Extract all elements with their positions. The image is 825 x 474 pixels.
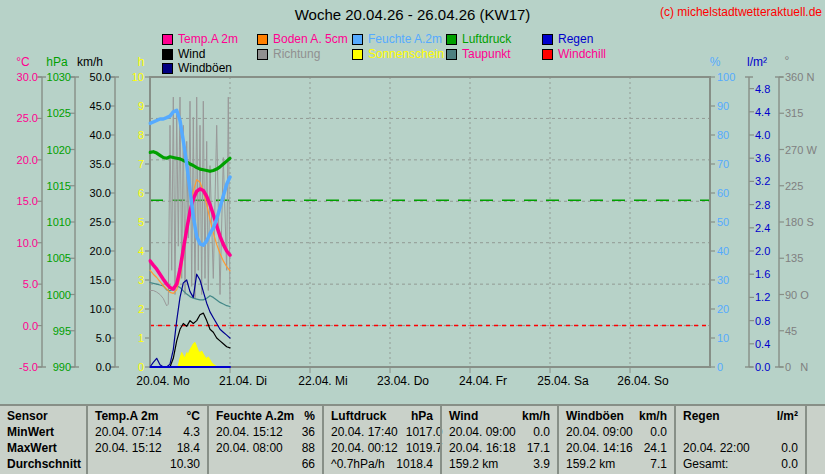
rain-tick-label: 0.8 [755, 315, 770, 326]
wind-tick-label: 45.0 [90, 101, 111, 112]
sun-tick-label: 3 [138, 275, 144, 286]
legend-item-taupunkt: Taupunkt [446, 48, 511, 60]
rain-tick-label: 1.6 [755, 269, 770, 280]
x-label-day-7: 26.04. So [617, 375, 668, 387]
windchill-swatch-icon [542, 49, 553, 60]
table-cell-row: 10.30 [95, 456, 200, 472]
legend-item-richtung: Richtung [257, 48, 320, 60]
rain-axis-unit: l/m² [747, 56, 767, 68]
table-column-header: Feuchte A.2m% [216, 408, 315, 424]
cell-value: 1019.7 [406, 440, 443, 456]
rain-tick-label: 2.4 [755, 222, 770, 233]
wind-tick-label: 50.0 [90, 72, 111, 83]
legend-label: Luftdruck [462, 33, 511, 45]
cell-value: 17.1 [527, 440, 550, 456]
cell-time: 20.04. 14:16 [566, 440, 633, 456]
wind-tick-label: 25.0 [90, 217, 111, 228]
temp-tick-label: 5.0 [23, 279, 38, 290]
wind-tick-label: 5.0 [96, 333, 111, 344]
table-cell-row: 20.04. 08:0088 [216, 440, 315, 456]
rain-tick-label: 3.6 [755, 153, 770, 164]
sun-tick-label: 6 [138, 188, 144, 199]
legend-label: Regen [558, 33, 593, 45]
legend-item-feuchte-a-2m: Feuchte A.2m [352, 33, 442, 45]
boden-a-5cm-swatch-icon [257, 34, 268, 45]
cell-time: 20.04. 07:14 [95, 424, 162, 440]
regen-swatch-icon [542, 34, 553, 45]
legend-label: Wind [178, 48, 205, 60]
table-cell-row: 20.04. 15:1218.4 [95, 440, 200, 456]
table-cell-row: 159.2 km3.9 [449, 456, 550, 472]
cell-time: 20.04. 15:12 [216, 424, 283, 440]
cell-time: 159.2 km [449, 456, 498, 472]
wind-tick-label: 30.0 [90, 188, 111, 199]
sun-tick-label: 5 [138, 217, 144, 228]
legend-label: Windböen [178, 62, 232, 74]
sun-tick-label: 0 [138, 362, 144, 373]
temp-tick-label: -5.0 [19, 362, 38, 373]
table-column-luftdruck: LuftdruckhPa20.04. 17:401017.020.04. 00:… [322, 406, 440, 474]
cell-time: 20.04. 16:18 [449, 440, 516, 456]
direction-axis-unit: ° [785, 55, 790, 67]
sensor-unit: km/h [522, 408, 550, 424]
pressure-tick-label: 1015 [47, 180, 71, 191]
table-column-header: Regenl/m² [683, 408, 798, 424]
wind-tick-label: 15.0 [90, 275, 111, 286]
series-sonnenschein [150, 342, 230, 367]
temp-tick-label: 25.0 [17, 113, 38, 124]
humidity-tick-label: 10 [717, 333, 729, 344]
feuchte-a-2m-swatch-icon [352, 34, 363, 45]
table-cell-row: 20.04. 00:121019.7 [331, 440, 433, 456]
x-label-day-4: 23.04. Do [377, 375, 429, 387]
sun-tick-label: 8 [138, 130, 144, 141]
x-label-day-1: 20.04. Mo [136, 375, 189, 387]
wind-tick-label: 35.0 [90, 159, 111, 170]
cell-value: 36 [302, 424, 315, 440]
cell-value: 18.4 [177, 440, 200, 456]
legend-item-luftdruck: Luftdruck [446, 33, 511, 45]
wind-tick-label: 10.0 [90, 304, 111, 315]
legend-item-boden-a-5cm: Boden A. 5cm [257, 33, 348, 45]
cell-time: 159.2 km [566, 456, 615, 472]
sun-tick-label: 7 [138, 159, 144, 170]
sun-tick-label: 4 [138, 246, 144, 257]
legend-label: Richtung [273, 48, 320, 60]
taupunkt-swatch-icon [446, 49, 457, 60]
cell-time: 20.04. 22:00 [683, 440, 750, 456]
sensor-name: Feuchte A.2m [216, 408, 294, 424]
pressure-tick-label: 1010 [47, 217, 71, 228]
cell-value: 7.1 [650, 456, 667, 472]
summary-table: SensorMinWertMaxWertDurchschnittTemp.A 2… [0, 404, 825, 474]
pressure-tick-label: 1030 [47, 72, 71, 83]
cell-value: 0.0 [650, 424, 667, 440]
temp-tick-label: 10.0 [17, 237, 38, 248]
humidity-tick-label: 20 [717, 304, 729, 315]
sensor-name: Regen [683, 408, 720, 424]
humidity-tick-label: 0 [717, 362, 723, 373]
x-label-day-6: 25.04. Sa [537, 375, 588, 387]
table-cell-row: 20.04. 14:1624.1 [566, 440, 667, 456]
humidity-tick-label: 90 [717, 101, 729, 112]
table-column-header: Temp.A 2m°C [95, 408, 200, 424]
cell-time: ^0.7hPa/h [331, 456, 385, 472]
series-group [150, 97, 230, 367]
humidity-tick-label: 70 [717, 159, 729, 170]
pressure-tick-label: 995 [53, 325, 71, 336]
rain-tick-label: 4.4 [755, 106, 770, 117]
table-cell-row: 20.04. 17:401017.0 [331, 424, 433, 440]
cell-value: 3.9 [533, 456, 550, 472]
cell-time: Gesamt: [683, 456, 728, 472]
legend-item-wind: Wind [162, 48, 205, 60]
x-label-day-2: 21.04. Di [219, 375, 267, 387]
cell-time: 20.04. 15:12 [95, 440, 162, 456]
gridlines [150, 77, 710, 367]
wind-tick-label: 40.0 [90, 130, 111, 141]
direction-tick-label: 180 S [785, 217, 814, 228]
cell-value: 0.0 [781, 440, 798, 456]
table-column-header: Windkm/h [449, 408, 550, 424]
table-column-header: Windböenkm/h [566, 408, 667, 424]
table-column-wind: Windkm/h20.04. 09:000.020.04. 16:1817.11… [440, 406, 557, 474]
humidity-tick-label: 30 [717, 275, 729, 286]
legend-item-windchill: Windchill [542, 48, 606, 60]
temp-tick-label: 15.0 [17, 196, 38, 207]
